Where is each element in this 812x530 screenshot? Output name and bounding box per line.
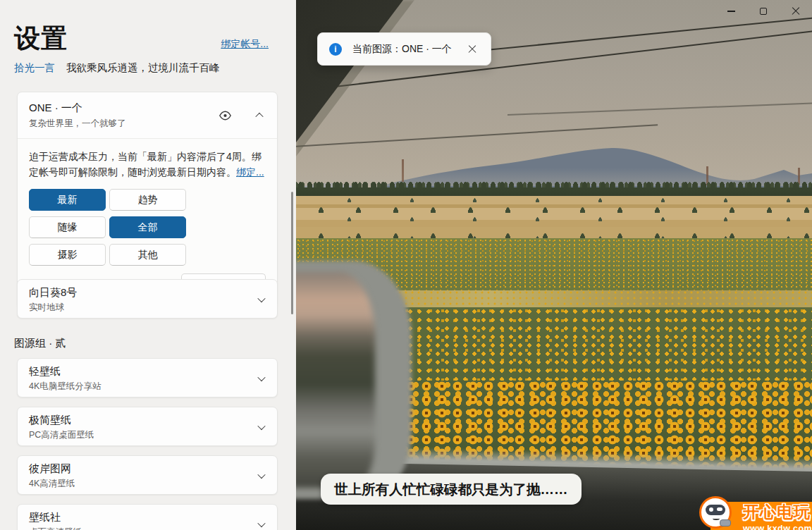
source-subtitle: 4K高清壁纸 bbox=[29, 478, 266, 490]
source-card-jijianbizhi[interactable]: 极简壁纸 PC高清桌面壁纸 bbox=[17, 407, 278, 446]
wallpaper-preview: i 当前图源：ONE · 一个 世上所有人忙忙碌碌都只是为了抛…… 开心电玩 w… bbox=[296, 0, 812, 530]
source-card-sunflower8[interactable]: 向日葵8号 实时地球 bbox=[17, 279, 278, 319]
mirror-glass bbox=[296, 272, 375, 488]
tag-buttons: 最新 趋势 随缘 全部 摄影 其他 bbox=[29, 189, 266, 266]
source-title: 壁纸社 bbox=[29, 511, 266, 524]
notice-text: 迫于运营成本压力，当前「最新」内容滞后了4周。绑定帐号即可解除限制，随时浏览最新… bbox=[29, 149, 266, 180]
source-subtitle: 实时地球 bbox=[29, 302, 266, 314]
hitokoto-row: 拾光一言 我欲乘风乐逍遥，过境川流千百峰 bbox=[14, 61, 220, 75]
page-title: 设置 bbox=[14, 21, 68, 56]
source-card-bianantuwang[interactable]: 彼岸图网 4K高清壁纸 bbox=[17, 455, 278, 495]
notice-bind-link[interactable]: 绑定... bbox=[236, 166, 264, 178]
hitokoto-link[interactable]: 拾光一言 bbox=[14, 61, 55, 75]
source-card-bizhishe[interactable]: 壁纸社 桌面高清壁纸 bbox=[17, 504, 278, 530]
window-controls bbox=[715, 0, 812, 23]
tag-button-all[interactable]: 全部 bbox=[109, 216, 186, 238]
source-card-one: ONE · 一个 复杂世界里，一个就够了 迫于运营成本压力，当前「最新」内容滞后… bbox=[17, 92, 278, 308]
watermark-url: www.kxdw.com bbox=[743, 524, 812, 530]
minimize-button[interactable] bbox=[715, 0, 747, 23]
minimize-icon bbox=[727, 11, 735, 12]
preview-eye-button[interactable] bbox=[217, 108, 233, 123]
tag-button-random[interactable]: 随缘 bbox=[29, 216, 106, 238]
source-title: 向日葵8号 bbox=[29, 286, 266, 300]
source-subtitle: 4K电脑壁纸分享站 bbox=[29, 381, 266, 393]
power-line bbox=[508, 102, 812, 115]
close-button[interactable] bbox=[780, 0, 812, 23]
eye-icon bbox=[219, 111, 232, 121]
source-card-qingbizhi[interactable]: 轻壁纸 4K电脑壁纸分享站 bbox=[17, 358, 278, 398]
hitokoto-quote: 我欲乘风乐逍遥，过境川流千百峰 bbox=[66, 61, 220, 75]
bind-account-link[interactable]: 绑定帐号... bbox=[221, 38, 269, 51]
tree-line bbox=[296, 173, 812, 197]
toast-text: 当前图源：ONE · 一个 bbox=[352, 43, 452, 56]
chevron-up-icon bbox=[255, 112, 263, 120]
tag-button-photography[interactable]: 摄影 bbox=[29, 244, 106, 266]
maximize-button[interactable] bbox=[747, 0, 780, 23]
source-subtitle: 桌面高清壁纸 bbox=[29, 526, 266, 530]
source-title: 轻壁纸 bbox=[29, 365, 266, 378]
tag-button-trend[interactable]: 趋势 bbox=[109, 189, 186, 211]
kxdw-watermark: 开心电玩 www.kxdw.com bbox=[699, 499, 812, 530]
side-mirror bbox=[296, 261, 412, 499]
settings-panel: 设置 绑定帐号... 拾光一言 我欲乘风乐逍遥，过境川流千百峰 ONE · 一个… bbox=[0, 0, 296, 530]
info-icon: i bbox=[329, 43, 342, 56]
panel-scrollbar-thumb[interactable] bbox=[291, 192, 293, 314]
source-subtitle: PC高清桌面壁纸 bbox=[29, 429, 266, 441]
mascot-icon bbox=[699, 496, 732, 529]
source-group-label: 图源组 · 贰 bbox=[14, 337, 66, 350]
dry-field bbox=[296, 196, 812, 241]
watermark-brand: 开心电玩 bbox=[743, 501, 812, 523]
source-card-one-header[interactable]: ONE · 一个 复杂世界里，一个就够了 bbox=[18, 92, 277, 138]
source-title: 极简壁纸 bbox=[29, 414, 266, 427]
gamepad-icon bbox=[720, 519, 731, 526]
source-toast: i 当前图源：ONE · 一个 bbox=[317, 32, 491, 66]
collapse-button[interactable] bbox=[252, 108, 267, 123]
toast-close-button[interactable] bbox=[465, 42, 479, 56]
photo-caption: 世上所有人忙忙碌碌都只是为了抛…… bbox=[321, 474, 582, 505]
tag-button-other[interactable]: 其他 bbox=[109, 244, 186, 266]
tag-button-latest[interactable]: 最新 bbox=[29, 189, 106, 211]
maximize-icon bbox=[760, 8, 767, 15]
source-title: 彼岸图网 bbox=[29, 462, 266, 476]
